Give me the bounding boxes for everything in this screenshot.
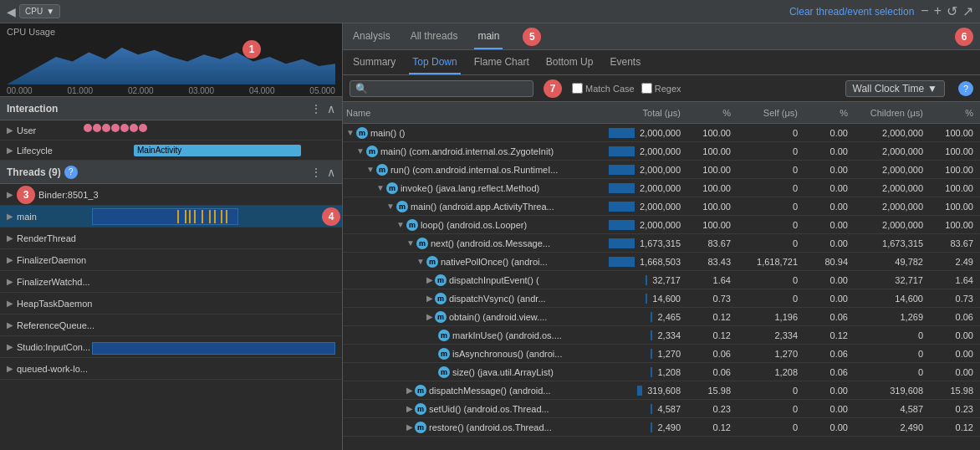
zoom-in-icon[interactable]: + [934,3,942,19]
cell-children-pct: 0.00 [926,349,977,359]
subtab-flamechart[interactable]: Flame Chart [471,50,533,74]
row-expand-icon[interactable]: ▶ [426,294,433,303]
cell-children: 1,673,315 [851,238,926,248]
row-expand-icon[interactable]: ▼ [366,165,375,174]
cell-self-pct: 0.00 [801,294,851,304]
table-row[interactable]: ▼ m nativePollOnce() (androi... 1,668,50… [343,253,980,271]
row-expand-icon[interactable]: ▼ [396,220,405,229]
table-row[interactable]: ▼ m main() (com.android.internal.os.Zygo… [343,142,980,161]
table-row[interactable]: ▶ m dispatchVsync() (andr... 14,600 0.73… [343,289,980,308]
lifecycle-expand[interactable]: ▶ [7,146,13,155]
table-row[interactable]: ▶ m dispatchInputEvent() ( 32,717 1.64 0… [343,271,980,289]
row-expand-icon[interactable]: ▶ [406,404,413,413]
regex-label[interactable]: Regex [641,83,681,94]
tab-analysis[interactable]: Analysis [350,23,394,49]
binder-expand[interactable]: ▶ [7,190,13,199]
thread-refqueue[interactable]: ▶ ReferenceQueue... [0,314,342,336]
thread-studio[interactable]: ▶ Studio:InputCon... [0,336,342,358]
row-expand-icon[interactable]: ▶ [426,312,433,321]
table-row[interactable]: ▼ m invoke() (java.lang.reflect.Method) … [343,179,980,197]
thread-finalizer[interactable]: ▶ FinalizerDaemon [0,249,342,271]
finalizerwatchd-expand[interactable]: ▶ [7,277,13,286]
cell-self: 1,196 [734,312,801,322]
zoom-out-icon[interactable]: − [921,3,928,19]
thread-renderthread[interactable]: ▶ RenderThread [0,228,342,249]
thread-heaptask[interactable]: ▶ HeapTaskDaemon [0,293,342,314]
cell-total-pct: 100.00 [684,202,734,212]
studio-expand[interactable]: ▶ [7,342,13,351]
threads-collapse-icon[interactable]: ∧ [327,166,335,179]
row-expand-icon[interactable]: ▼ [356,146,365,156]
queued-name: queued-work-lo... [17,364,92,374]
match-case-label[interactable]: Match Case [572,83,635,94]
cell-total: 2,334 [609,330,684,340]
interaction-more-icon[interactable]: ⋮ [310,102,322,115]
clear-selection-link[interactable]: Clear thread/event selection [789,6,914,18]
cpu-dropdown[interactable]: CPU ▼ [19,4,60,18]
threads-more-icon[interactable]: ⋮ [310,166,322,179]
interaction-collapse-icon[interactable]: ∧ [327,102,335,115]
table-row[interactable]: m size() (java.util.ArrayList) 1,208 0.0… [343,363,980,381]
back-button[interactable]: ◀ [7,5,16,18]
tab-main[interactable]: main [474,23,503,49]
table-row[interactable]: ▼ m main() (android.app.ActivityThrea...… [343,197,980,216]
tab-allthreads[interactable]: All threads [407,23,462,49]
subtab-events[interactable]: Events [606,50,644,74]
render-expand[interactable]: ▶ [7,233,13,243]
user-expand[interactable]: ▶ [7,125,13,135]
match-case-checkbox[interactable] [572,83,583,94]
heaptask-expand[interactable]: ▶ [7,299,13,308]
cell-children: 2,000,000 [851,165,926,175]
col-self-pct: % [801,108,851,118]
regex-checkbox[interactable] [641,83,652,94]
subtab-summary[interactable]: Summary [350,50,399,74]
refqueue-expand[interactable]: ▶ [7,320,13,330]
row-expand-icon[interactable]: ▼ [386,202,395,211]
table-row[interactable]: ▼ m loop() (android.os.Looper) 2,000,000… [343,216,980,234]
badge-3: 3 [17,186,35,204]
subtab-topdown[interactable]: Top Down [409,50,460,74]
queued-expand[interactable]: ▶ [7,364,13,373]
cpu-usage-label: CPU Usage [7,27,335,37]
table-row[interactable]: m markInUse() (android.os.... 2,334 0.12… [343,326,980,345]
table-row[interactable]: ▼ m next() (android.os.Message... 1,673,… [343,234,980,253]
cell-children: 2,490 [851,422,926,432]
cell-self-pct: 0.00 [801,128,851,138]
thread-main[interactable]: ▶ main ← 1.7 s → [0,206,342,228]
user-track [84,124,335,137]
thread-finalizerwatchd[interactable]: ▶ FinalizerWatchd... [0,271,342,293]
row-expand-icon[interactable]: ▼ [416,257,425,266]
row-expand-icon[interactable]: ▶ [426,275,433,284]
pink-dot [93,124,101,132]
method-icon: m [366,146,378,157]
subtab-bottomup[interactable]: Bottom Up [543,50,597,74]
table-row[interactable]: ▼ m run() (com.android.internal.os.Runti… [343,161,980,179]
cell-total-pct: 100.00 [684,146,734,156]
table-row[interactable]: ▶ m obtain() (android.view.... 2,465 0.1… [343,308,980,326]
cell-children: 4,587 [851,404,926,414]
row-name-text: main() (android.app.ActivityThrea... [411,202,554,212]
row-expand-icon[interactable]: ▼ [346,128,355,137]
row-expand-icon[interactable]: ▶ [406,422,413,432]
refresh-icon[interactable]: ↺ [947,3,957,19]
row-expand-icon[interactable]: ▶ [406,386,413,395]
thread-queued[interactable]: ▶ queued-work-lo... [0,358,342,380]
cell-children-pct: 100.00 [926,165,977,175]
threads-help[interactable]: ? [64,166,78,179]
export-icon[interactable]: ↗ [962,3,973,19]
thread-binder[interactable]: ▶ 3 Binder:8501_3 [0,184,342,206]
table-row[interactable]: m isAsynchronous() (androi... 1,270 0.06… [343,345,980,363]
table-row[interactable]: ▶ m dispatchMessage() (android... 319,60… [343,381,980,400]
wall-clock-dropdown[interactable]: Wall Clock Time ▼ [845,80,945,97]
cell-total-val: 1,270 [657,349,681,359]
row-expand-icon[interactable]: ▼ [376,183,385,192]
main-expand[interactable]: ▶ [7,212,13,221]
finalizer-expand[interactable]: ▶ [7,255,13,264]
table-row[interactable]: ▶ m restore() (android.os.Thread... 2,49… [343,418,980,437]
table-row[interactable]: ▼ m main() () 2,000,000 100.00 0 0.00 2,… [343,124,980,142]
help-button[interactable]: ? [958,81,973,96]
row-name-text: nativePollOnce() (androi... [441,257,548,267]
search-input[interactable] [371,83,505,95]
table-row[interactable]: ▶ m setUid() (android.os.Thread... 4,587… [343,400,980,418]
row-expand-icon[interactable]: ▼ [406,238,415,248]
